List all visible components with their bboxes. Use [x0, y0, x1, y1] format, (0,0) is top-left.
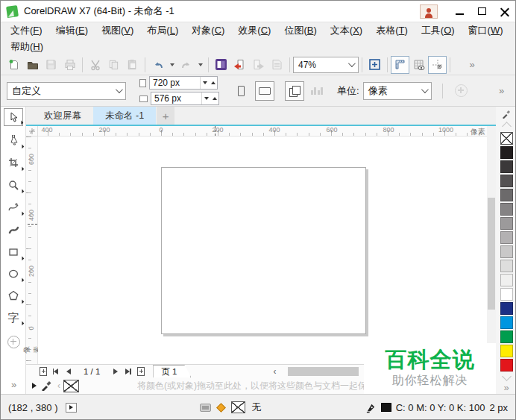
previous-page-button[interactable]	[62, 366, 75, 377]
color-swatch[interactable]	[500, 316, 513, 329]
show-grid-button[interactable]	[409, 56, 428, 74]
undo-button[interactable]	[148, 56, 167, 74]
page-width-field[interactable]: 720 px	[149, 76, 218, 90]
tool-artistic-media[interactable]	[4, 221, 23, 239]
tool-rectangle[interactable]	[4, 243, 23, 261]
color-swatch[interactable]	[500, 288, 513, 301]
menu-effects[interactable]: 效果(C)	[231, 22, 277, 39]
menu-text[interactable]: 文本(X)	[324, 22, 369, 39]
next-page-button[interactable]	[109, 366, 122, 377]
show-rulers-button[interactable]	[391, 56, 409, 74]
color-swatch[interactable]	[500, 217, 513, 230]
ruler-origin[interactable]	[26, 126, 38, 137]
eyedropper-icon[interactable]	[502, 110, 511, 119]
toolbox-customize-button[interactable]	[4, 333, 23, 351]
height-increment-button[interactable]	[210, 93, 218, 104]
toolbox-overflow-button[interactable]: »	[4, 375, 23, 393]
minimize-button[interactable]	[448, 1, 471, 21]
color-swatch[interactable]	[500, 302, 513, 315]
tool-freehand[interactable]	[4, 198, 23, 216]
outline-color-swatch[interactable]	[381, 403, 391, 412]
close-button[interactable]	[493, 1, 515, 21]
color-swatch[interactable]	[500, 359, 513, 372]
add-page-before-button[interactable]	[37, 366, 49, 377]
menu-edit[interactable]: 编辑(E)	[49, 22, 95, 39]
color-swatch[interactable]	[500, 274, 513, 286]
tool-ellipse[interactable]	[4, 265, 23, 283]
color-swatch[interactable]	[500, 175, 513, 187]
eyedropper-icon[interactable]	[41, 380, 51, 391]
color-swatch[interactable]	[500, 160, 513, 173]
horizontal-ruler[interactable]: 400 200 0 200 400 600 800 1000 像素	[38, 126, 487, 137]
maximize-button[interactable]	[471, 1, 493, 21]
all-pages-button[interactable]	[285, 81, 304, 101]
toolbar-overflow-button[interactable]: »	[462, 56, 481, 74]
menu-bitmaps[interactable]: 位图(B)	[277, 22, 323, 39]
palette-scroll-up-icon[interactable]	[502, 122, 512, 131]
document-color-settings-icon[interactable]	[200, 404, 211, 412]
tool-polygon[interactable]	[4, 286, 23, 304]
height-decrement-button[interactable]	[202, 93, 210, 104]
propbar-overflow-button[interactable]: »	[491, 81, 511, 101]
record-details-button[interactable]	[66, 403, 77, 413]
width-increment-button[interactable]	[209, 77, 217, 89]
menu-layout[interactable]: 布局(L)	[140, 22, 185, 39]
color-swatch[interactable]	[500, 345, 513, 357]
redo-dropdown[interactable]	[195, 56, 205, 74]
page-preset-combobox[interactable]: 自定义	[7, 82, 126, 100]
new-document-button[interactable]	[4, 56, 23, 74]
fullscreen-preview-button[interactable]	[365, 56, 384, 74]
tool-pick[interactable]	[4, 108, 23, 126]
search-content-button[interactable]	[212, 56, 230, 74]
drawing-canvas[interactable]	[38, 137, 487, 364]
undo-dropdown[interactable]	[167, 56, 177, 74]
first-page-button[interactable]	[49, 366, 62, 377]
palette-overflow-button[interactable]: »	[496, 382, 516, 393]
flyout-right-icon[interactable]	[32, 383, 37, 389]
tool-shape[interactable]	[4, 131, 23, 149]
menu-file[interactable]: 文件(F)	[4, 22, 49, 39]
palette-scroll-down-icon[interactable]	[502, 372, 512, 381]
menu-help[interactable]: 帮助(H)	[4, 39, 50, 55]
color-swatch[interactable]	[500, 260, 513, 272]
tab-untitled-1[interactable]: 未命名 -1	[93, 107, 156, 125]
color-swatch[interactable]	[500, 245, 513, 258]
add-page-after-button[interactable]	[134, 366, 147, 377]
page-tab[interactable]: 页 1	[153, 365, 191, 377]
no-color-swatch[interactable]	[500, 132, 513, 145]
vertical-ruler[interactable]: 600 400 200 0 像素	[26, 137, 38, 364]
docpal-scroll-left[interactable]: ‹	[57, 380, 60, 391]
menu-object[interactable]: 对象(C)	[185, 22, 231, 39]
vertical-scrollbar[interactable]	[487, 126, 496, 364]
menu-tools[interactable]: 工具(O)	[415, 22, 462, 39]
no-color-swatch[interactable]	[63, 380, 79, 392]
snap-to-button[interactable]	[428, 56, 447, 74]
tool-text[interactable]: 字	[4, 308, 23, 326]
color-swatch[interactable]	[500, 231, 513, 244]
open-button[interactable]	[23, 56, 42, 74]
fill-color-icon[interactable]	[216, 403, 226, 413]
page-height-field[interactable]: 576 px	[151, 92, 219, 105]
outline-pen-icon[interactable]	[365, 402, 377, 413]
portrait-orientation-button[interactable]	[231, 81, 251, 101]
landscape-orientation-button[interactable]	[255, 81, 274, 101]
tool-zoom[interactable]	[4, 176, 23, 194]
color-swatch[interactable]	[500, 146, 513, 159]
last-page-button[interactable]	[122, 366, 134, 377]
tool-crop[interactable]	[4, 154, 23, 172]
width-decrement-button[interactable]	[201, 77, 209, 89]
zoom-level-combobox[interactable]: 47%	[293, 57, 359, 73]
horizontal-scrollbar-thumb[interactable]	[288, 367, 359, 376]
color-swatch[interactable]	[500, 330, 513, 343]
units-combobox[interactable]: 像素	[363, 82, 432, 100]
hscroll-left-button[interactable]: ‹	[268, 366, 280, 377]
color-swatch[interactable]	[500, 203, 513, 216]
new-tab-button[interactable]: +	[157, 107, 174, 125]
menu-window[interactable]: 窗口(W)	[462, 22, 510, 39]
menu-view[interactable]: 视图(V)	[95, 22, 140, 39]
menu-table[interactable]: 表格(T)	[369, 22, 415, 39]
fill-none-swatch[interactable]	[231, 401, 245, 413]
document-page[interactable]	[161, 167, 366, 334]
tab-welcome-screen[interactable]: 欢迎屏幕	[32, 107, 93, 125]
account-sign-in-button[interactable]	[420, 4, 438, 19]
